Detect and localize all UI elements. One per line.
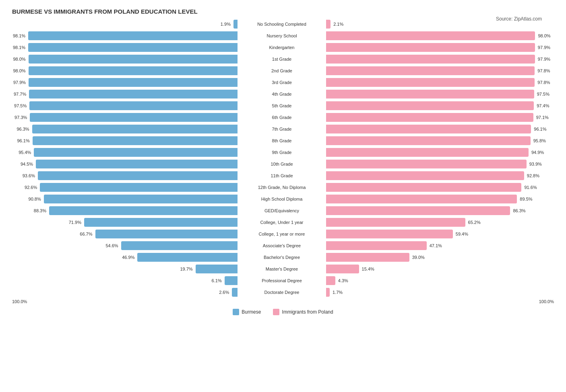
bar-row: 93.6%11th Grade92.8% (12, 170, 554, 181)
left-section: 97.5% (12, 101, 238, 110)
left-section: 1.9% (12, 20, 238, 29)
bar-label: Nursery School (264, 33, 299, 39)
right-value: 86.3% (513, 208, 525, 213)
right-value: 1.7% (333, 290, 343, 295)
bar-pink (326, 66, 535, 75)
left-section: 98.1% (12, 43, 238, 52)
bar-blue (34, 148, 238, 157)
left-section: 92.6% (12, 183, 238, 192)
legend-burmese: Burmese (233, 309, 261, 315)
bar-row: 19.7%Master's Degree15.4% (12, 264, 554, 274)
bottom-left-label: 100.0% (12, 299, 27, 304)
right-section: 97.8% (326, 66, 552, 75)
left-section: 95.4% (12, 148, 238, 157)
bar-blue (196, 265, 238, 273)
right-section: 1.7% (326, 288, 552, 297)
left-value: 97.3% (14, 115, 27, 120)
bar-row: 98.1%Kindergarten97.9% (12, 42, 554, 53)
bar-label: 6th Grade (270, 115, 294, 120)
bar-pink (326, 90, 534, 99)
bar-pink (326, 288, 330, 297)
bar-pink (326, 276, 335, 285)
bar-blue (36, 160, 238, 168)
bar-row: 66.7%College, 1 year or more59.4% (12, 229, 554, 239)
center-label-section: 11th Grade (238, 173, 326, 179)
bar-row: 46.9%Bachelor's Degree39.0% (12, 252, 554, 263)
right-value: 4.3% (338, 278, 348, 283)
left-section: 96.1% (12, 136, 238, 145)
legend-poland-label: Immigrants from Poland (282, 309, 333, 315)
bar-label: Professional Degree (260, 278, 304, 283)
right-section: 97.4% (326, 101, 552, 110)
center-label-section: 4th Grade (238, 91, 326, 97)
left-section: 98.0% (12, 66, 238, 75)
bar-label: 3rd Grade (270, 80, 294, 85)
bar-pink (326, 241, 427, 250)
right-section: 39.0% (326, 253, 552, 262)
left-value: 97.5% (14, 103, 27, 108)
center-label-section: College, Under 1 year (238, 220, 326, 225)
center-label-section: Associate's Degree (238, 243, 326, 248)
left-value: 66.7% (80, 232, 92, 236)
right-value: 65.2% (468, 220, 481, 225)
bar-row: 1.9%No Schooling Completed2.1% (12, 19, 554, 29)
center-label-section: 1st Grade (238, 56, 326, 62)
left-value: 71.9% (69, 220, 81, 225)
bar-pink (326, 148, 529, 157)
left-section: 54.6% (12, 241, 238, 250)
center-label-section: Bachelor's Degree (238, 254, 326, 260)
bar-label: High School Diploma (259, 196, 305, 202)
legend-burmese-label: Burmese (242, 309, 261, 315)
left-value: 2.6% (219, 290, 229, 295)
bar-pink (326, 31, 535, 40)
right-value: 95.8% (533, 138, 546, 143)
right-value: 89.5% (520, 197, 532, 201)
bar-pink (326, 218, 465, 227)
right-value: 97.5% (537, 92, 549, 96)
right-value: 98.0% (538, 33, 550, 38)
center-label-section: Doctorate Degree (238, 289, 326, 295)
left-value: 6.1% (212, 278, 222, 283)
left-section: 2.6% (12, 288, 238, 297)
left-section: 94.5% (12, 160, 238, 168)
left-section: 90.8% (12, 195, 238, 203)
bar-blue (40, 183, 238, 192)
bar-pink (326, 183, 521, 192)
bar-row: 88.3%GED/Equivalency86.3% (12, 205, 554, 216)
left-section: 98.1% (12, 31, 238, 40)
bar-label: Master's Degree (264, 266, 300, 272)
left-value: 98.0% (13, 68, 25, 73)
bar-label: Associate's Degree (261, 243, 303, 248)
left-value: 94.5% (21, 162, 33, 166)
left-value: 97.9% (13, 80, 26, 85)
bar-blue (33, 136, 238, 145)
bar-row: 94.5%10th Grade93.9% (12, 159, 554, 169)
bar-row: 54.6%Associate's Degree47.1% (12, 240, 554, 251)
left-section: 71.9% (12, 218, 238, 227)
right-section: 97.8% (326, 78, 552, 87)
bar-label: GED/Equivalency (262, 208, 301, 213)
bar-blue (32, 125, 238, 133)
center-label-section: Master's Degree (238, 266, 326, 272)
bar-pink (326, 253, 409, 262)
bar-label: 1st Grade (270, 56, 293, 62)
right-value: 59.4% (456, 232, 468, 236)
bar-row: 97.7%4th Grade97.5% (12, 89, 554, 99)
center-label-section: 9th Grade (238, 150, 326, 155)
center-label-section: Professional Degree (238, 278, 326, 283)
bar-row: 98.1%Nursery School98.0% (12, 31, 554, 41)
left-section: 6.1% (12, 276, 238, 285)
bar-row: 97.5%5th Grade97.4% (12, 101, 554, 111)
right-value: 92.8% (527, 173, 539, 178)
bar-label: 11th Grade (269, 173, 295, 179)
bar-blue (137, 253, 238, 262)
right-value: 2.1% (333, 22, 343, 27)
bar-blue (95, 230, 238, 238)
bar-pink (326, 160, 527, 168)
left-value: 96.3% (17, 127, 29, 131)
right-section: 59.4% (326, 230, 552, 238)
bar-blue (29, 101, 238, 110)
right-section: 47.1% (326, 241, 552, 250)
right-section: 86.3% (326, 206, 552, 215)
bar-pink (326, 55, 535, 64)
